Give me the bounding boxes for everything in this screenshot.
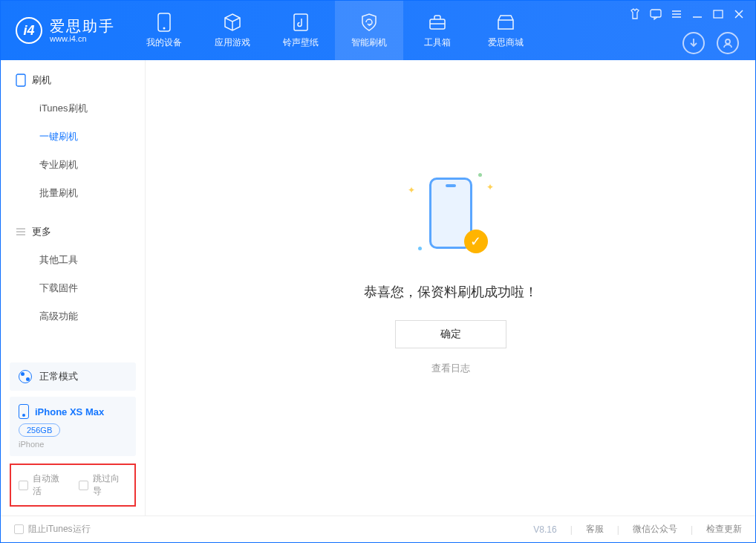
svg-rect-5 [714,10,723,18]
mode-box[interactable]: 正常模式 [10,362,136,391]
sidebar-item-other-tools[interactable]: 其他工具 [1,246,145,274]
sidebar-item-advanced[interactable]: 高级功能 [1,302,145,331]
sidebar-head-flash: 刷机 [1,74,145,90]
sidebar-item-onekey-flash[interactable]: 一键刷机 [1,123,145,151]
link-wechat[interactable]: 微信公众号 [633,523,677,536]
feedback-icon[interactable] [650,8,662,20]
store-icon [496,13,515,32]
main-content: ✦ ✦ ✓ 恭喜您，保资料刷机成功啦！ 确定 查看日志 [146,60,755,516]
sidebar-item-pro-flash[interactable]: 专业刷机 [1,151,145,179]
toolbox-icon [428,13,447,32]
tab-flash[interactable]: 智能刷机 [335,1,403,60]
view-log-link[interactable]: 查看日志 [431,362,470,375]
checkbox-auto-activate[interactable]: 自动激活 [19,472,67,498]
phone-outline-icon [16,74,26,87]
link-support[interactable]: 客服 [586,523,604,536]
phone-icon [154,13,174,32]
tshirt-icon[interactable] [629,8,641,20]
menu-icon[interactable] [671,8,682,20]
tab-store[interactable]: 爱思商城 [472,1,540,60]
version-label: V8.16 [533,524,556,535]
download-icon[interactable] [682,32,705,54]
list-icon [16,227,26,237]
sparkle-icon: ✦ [408,185,415,195]
brand-logo-icon: i4 [16,17,42,44]
device-box[interactable]: iPhone XS Max 256GB iPhone [10,397,136,456]
body: 刷机 iTunes刷机 一键刷机 专业刷机 批量刷机 更多 其他工具 下载固件 … [1,60,755,516]
tab-apps-games[interactable]: 应用游戏 [198,1,267,60]
sidebar-item-batch-flash[interactable]: 批量刷机 [1,179,145,207]
top-tabs: 我的设备 应用游戏 铃声壁纸 智能刷机 工具箱 爱思商城 [130,1,629,60]
tab-ringtones[interactable]: 铃声壁纸 [267,1,335,60]
sidebar-item-itunes-flash[interactable]: iTunes刷机 [1,94,145,123]
ok-button[interactable]: 确定 [395,320,506,348]
shield-refresh-icon [359,13,379,32]
maximize-icon[interactable] [712,8,724,20]
brand-title: 爱思助手 [50,18,115,34]
brand: i4 爱思助手 www.i4.cn [1,17,130,44]
statusbar: 阻止iTunes运行 V8.16 | 客服 | 微信公众号 | 检查更新 [1,516,755,542]
dot-icon [418,247,422,250]
titlebar: i4 爱思助手 www.i4.cn 我的设备 应用游戏 铃声壁纸 智能刷机 [1,1,755,60]
sparkle-icon: ✦ [486,182,494,192]
device-type: iPhone [19,440,127,449]
minimize-icon[interactable] [691,8,703,20]
success-illustration: ✦ ✦ ✓ [406,172,495,261]
cube-icon [223,13,242,32]
dot-icon [478,173,482,177]
sidebar-item-download-firmware[interactable]: 下载固件 [1,274,145,302]
checkbox-block-itunes[interactable]: 阻止iTunes运行 [14,523,91,536]
link-check-update[interactable]: 检查更新 [706,523,742,536]
brand-url: www.i4.cn [50,34,115,43]
device-name: iPhone XS Max [35,406,104,417]
highlight-box: 自动激活 跳过向导 [10,464,136,507]
app-window: i4 爱思助手 www.i4.cn 我的设备 应用游戏 铃声壁纸 智能刷机 [0,0,756,543]
success-message: 恭喜您，保资料刷机成功啦！ [364,283,538,301]
svg-rect-7 [16,74,25,86]
tab-toolbox[interactable]: 工具箱 [403,1,472,60]
svg-point-1 [163,27,166,29]
sidebar-head-more: 更多 [1,225,145,241]
svg-rect-4 [651,10,661,17]
close-icon[interactable] [733,8,745,20]
sidebar: 刷机 iTunes刷机 一键刷机 专业刷机 批量刷机 更多 其他工具 下载固件 … [1,60,146,516]
svg-rect-2 [294,14,307,30]
tab-my-device[interactable]: 我的设备 [130,1,198,60]
device-capacity-badge: 256GB [19,423,60,437]
mode-icon [19,370,32,383]
checkbox-skip-guide[interactable]: 跳过向导 [79,472,127,498]
music-file-icon [291,13,310,32]
mode-label: 正常模式 [39,370,78,383]
device-phone-icon [19,404,29,419]
check-badge-icon: ✓ [464,230,488,253]
svg-point-6 [726,39,730,44]
user-icon[interactable] [717,32,739,54]
